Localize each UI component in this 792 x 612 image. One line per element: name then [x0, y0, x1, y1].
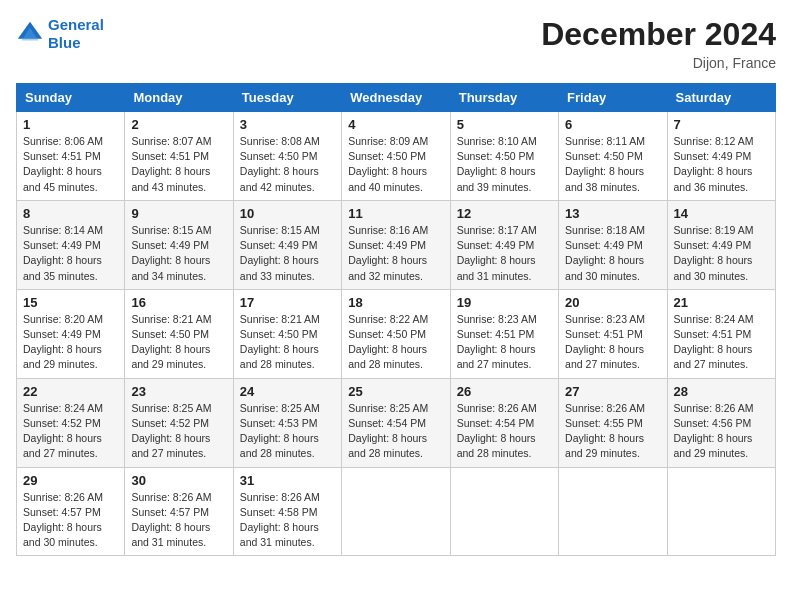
calendar-cell: 10Sunrise: 8:15 AM Sunset: 4:49 PM Dayli… [233, 200, 341, 289]
day-info: Sunrise: 8:11 AM Sunset: 4:50 PM Dayligh… [565, 134, 660, 195]
calendar-cell: 20Sunrise: 8:23 AM Sunset: 4:51 PM Dayli… [559, 289, 667, 378]
calendar-cell: 23Sunrise: 8:25 AM Sunset: 4:52 PM Dayli… [125, 378, 233, 467]
calendar-cell: 14Sunrise: 8:19 AM Sunset: 4:49 PM Dayli… [667, 200, 775, 289]
calendar-cell: 17Sunrise: 8:21 AM Sunset: 4:50 PM Dayli… [233, 289, 341, 378]
day-number: 19 [457, 295, 552, 310]
day-info: Sunrise: 8:24 AM Sunset: 4:51 PM Dayligh… [674, 312, 769, 373]
day-number: 3 [240, 117, 335, 132]
calendar-cell: 2Sunrise: 8:07 AM Sunset: 4:51 PM Daylig… [125, 112, 233, 201]
day-number: 15 [23, 295, 118, 310]
calendar-cell: 6Sunrise: 8:11 AM Sunset: 4:50 PM Daylig… [559, 112, 667, 201]
day-number: 13 [565, 206, 660, 221]
day-number: 28 [674, 384, 769, 399]
day-info: Sunrise: 8:26 AM Sunset: 4:56 PM Dayligh… [674, 401, 769, 462]
page-header: General Blue December 2024 Dijon, France [16, 16, 776, 71]
calendar-cell: 1Sunrise: 8:06 AM Sunset: 4:51 PM Daylig… [17, 112, 125, 201]
day-info: Sunrise: 8:16 AM Sunset: 4:49 PM Dayligh… [348, 223, 443, 284]
weekday-header-friday: Friday [559, 84, 667, 112]
day-number: 5 [457, 117, 552, 132]
day-number: 29 [23, 473, 118, 488]
day-number: 23 [131, 384, 226, 399]
day-number: 2 [131, 117, 226, 132]
title-block: December 2024 Dijon, France [541, 16, 776, 71]
weekday-header-sunday: Sunday [17, 84, 125, 112]
calendar-cell: 21Sunrise: 8:24 AM Sunset: 4:51 PM Dayli… [667, 289, 775, 378]
logo: General Blue [16, 16, 104, 52]
calendar-week-row-5: 29Sunrise: 8:26 AM Sunset: 4:57 PM Dayli… [17, 467, 776, 556]
day-number: 7 [674, 117, 769, 132]
calendar-cell: 13Sunrise: 8:18 AM Sunset: 4:49 PM Dayli… [559, 200, 667, 289]
calendar-cell: 31Sunrise: 8:26 AM Sunset: 4:58 PM Dayli… [233, 467, 341, 556]
calendar-table: SundayMondayTuesdayWednesdayThursdayFrid… [16, 83, 776, 556]
day-info: Sunrise: 8:08 AM Sunset: 4:50 PM Dayligh… [240, 134, 335, 195]
calendar-week-row-4: 22Sunrise: 8:24 AM Sunset: 4:52 PM Dayli… [17, 378, 776, 467]
day-number: 6 [565, 117, 660, 132]
calendar-week-row-3: 15Sunrise: 8:20 AM Sunset: 4:49 PM Dayli… [17, 289, 776, 378]
calendar-cell: 5Sunrise: 8:10 AM Sunset: 4:50 PM Daylig… [450, 112, 558, 201]
calendar-cell: 30Sunrise: 8:26 AM Sunset: 4:57 PM Dayli… [125, 467, 233, 556]
calendar-cell: 18Sunrise: 8:22 AM Sunset: 4:50 PM Dayli… [342, 289, 450, 378]
day-info: Sunrise: 8:23 AM Sunset: 4:51 PM Dayligh… [565, 312, 660, 373]
day-info: Sunrise: 8:23 AM Sunset: 4:51 PM Dayligh… [457, 312, 552, 373]
calendar-cell: 25Sunrise: 8:25 AM Sunset: 4:54 PM Dayli… [342, 378, 450, 467]
calendar-cell [667, 467, 775, 556]
calendar-week-row-2: 8Sunrise: 8:14 AM Sunset: 4:49 PM Daylig… [17, 200, 776, 289]
day-number: 4 [348, 117, 443, 132]
day-number: 25 [348, 384, 443, 399]
day-info: Sunrise: 8:20 AM Sunset: 4:49 PM Dayligh… [23, 312, 118, 373]
day-info: Sunrise: 8:06 AM Sunset: 4:51 PM Dayligh… [23, 134, 118, 195]
calendar-cell: 16Sunrise: 8:21 AM Sunset: 4:50 PM Dayli… [125, 289, 233, 378]
day-info: Sunrise: 8:21 AM Sunset: 4:50 PM Dayligh… [131, 312, 226, 373]
day-info: Sunrise: 8:24 AM Sunset: 4:52 PM Dayligh… [23, 401, 118, 462]
logo-icon [16, 20, 44, 48]
calendar-cell: 9Sunrise: 8:15 AM Sunset: 4:49 PM Daylig… [125, 200, 233, 289]
calendar-cell: 15Sunrise: 8:20 AM Sunset: 4:49 PM Dayli… [17, 289, 125, 378]
calendar-cell: 26Sunrise: 8:26 AM Sunset: 4:54 PM Dayli… [450, 378, 558, 467]
location-subtitle: Dijon, France [541, 55, 776, 71]
day-info: Sunrise: 8:22 AM Sunset: 4:50 PM Dayligh… [348, 312, 443, 373]
calendar-cell [450, 467, 558, 556]
calendar-cell: 3Sunrise: 8:08 AM Sunset: 4:50 PM Daylig… [233, 112, 341, 201]
calendar-cell [559, 467, 667, 556]
day-info: Sunrise: 8:26 AM Sunset: 4:54 PM Dayligh… [457, 401, 552, 462]
calendar-week-row-1: 1Sunrise: 8:06 AM Sunset: 4:51 PM Daylig… [17, 112, 776, 201]
calendar-cell: 22Sunrise: 8:24 AM Sunset: 4:52 PM Dayli… [17, 378, 125, 467]
month-year-title: December 2024 [541, 16, 776, 53]
calendar-cell: 29Sunrise: 8:26 AM Sunset: 4:57 PM Dayli… [17, 467, 125, 556]
day-info: Sunrise: 8:26 AM Sunset: 4:57 PM Dayligh… [131, 490, 226, 551]
day-number: 31 [240, 473, 335, 488]
day-number: 24 [240, 384, 335, 399]
calendar-cell: 8Sunrise: 8:14 AM Sunset: 4:49 PM Daylig… [17, 200, 125, 289]
day-number: 12 [457, 206, 552, 221]
logo-text: General Blue [48, 16, 104, 52]
day-info: Sunrise: 8:12 AM Sunset: 4:49 PM Dayligh… [674, 134, 769, 195]
calendar-cell: 11Sunrise: 8:16 AM Sunset: 4:49 PM Dayli… [342, 200, 450, 289]
day-number: 8 [23, 206, 118, 221]
calendar-cell: 4Sunrise: 8:09 AM Sunset: 4:50 PM Daylig… [342, 112, 450, 201]
day-info: Sunrise: 8:10 AM Sunset: 4:50 PM Dayligh… [457, 134, 552, 195]
weekday-header-saturday: Saturday [667, 84, 775, 112]
day-number: 16 [131, 295, 226, 310]
weekday-header-tuesday: Tuesday [233, 84, 341, 112]
weekday-header-monday: Monday [125, 84, 233, 112]
day-number: 14 [674, 206, 769, 221]
weekday-header-wednesday: Wednesday [342, 84, 450, 112]
day-info: Sunrise: 8:17 AM Sunset: 4:49 PM Dayligh… [457, 223, 552, 284]
calendar-header-row: SundayMondayTuesdayWednesdayThursdayFrid… [17, 84, 776, 112]
day-info: Sunrise: 8:15 AM Sunset: 4:49 PM Dayligh… [131, 223, 226, 284]
day-number: 11 [348, 206, 443, 221]
calendar-cell: 24Sunrise: 8:25 AM Sunset: 4:53 PM Dayli… [233, 378, 341, 467]
day-info: Sunrise: 8:26 AM Sunset: 4:55 PM Dayligh… [565, 401, 660, 462]
day-info: Sunrise: 8:09 AM Sunset: 4:50 PM Dayligh… [348, 134, 443, 195]
calendar-cell: 7Sunrise: 8:12 AM Sunset: 4:49 PM Daylig… [667, 112, 775, 201]
day-info: Sunrise: 8:25 AM Sunset: 4:53 PM Dayligh… [240, 401, 335, 462]
calendar-cell: 28Sunrise: 8:26 AM Sunset: 4:56 PM Dayli… [667, 378, 775, 467]
weekday-header-thursday: Thursday [450, 84, 558, 112]
day-number: 9 [131, 206, 226, 221]
calendar-cell: 27Sunrise: 8:26 AM Sunset: 4:55 PM Dayli… [559, 378, 667, 467]
day-number: 21 [674, 295, 769, 310]
calendar-cell [342, 467, 450, 556]
day-number: 30 [131, 473, 226, 488]
calendar-cell: 12Sunrise: 8:17 AM Sunset: 4:49 PM Dayli… [450, 200, 558, 289]
day-info: Sunrise: 8:21 AM Sunset: 4:50 PM Dayligh… [240, 312, 335, 373]
